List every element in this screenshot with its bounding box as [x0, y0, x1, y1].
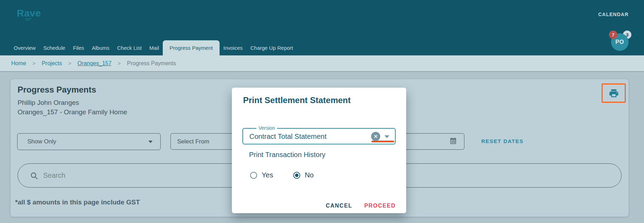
notification-badge-primary[interactable]: 7	[609, 31, 617, 39]
print-button[interactable]	[602, 83, 626, 103]
radio-option-no[interactable]: No	[293, 171, 314, 179]
print-transaction-history-label: Print Transaction History	[249, 151, 326, 159]
breadcrumb-separator: >	[118, 61, 121, 66]
search-icon	[30, 171, 38, 180]
main-nav-tabs: Overview Schedule Files Albums Check Lis…	[10, 40, 297, 55]
calendar-icon[interactable]	[449, 137, 457, 146]
breadcrumb-separator: >	[68, 61, 71, 66]
tab-schedule[interactable]: Schedule	[40, 40, 69, 55]
breadcrumb-home[interactable]: Home	[11, 60, 26, 67]
radio-label-yes: Yes	[262, 171, 273, 179]
gst-note: *all $ amounts in this page include GST	[15, 198, 140, 206]
tab-overview[interactable]: Overview	[10, 40, 40, 55]
radio-unselected-icon[interactable]	[250, 172, 257, 179]
version-field-label: Version	[256, 125, 277, 131]
client-name: Phillip John Oranges	[18, 99, 79, 107]
tab-charge-up-report[interactable]: Charge Up Report	[247, 40, 297, 55]
version-selected-value: Contract Total Statement	[249, 132, 327, 140]
breadcrumb: Home > Projects > Oranges_157 > Progress…	[0, 55, 644, 72]
clear-selection-icon[interactable]: ✕	[371, 132, 380, 141]
printer-icon	[609, 88, 619, 99]
proceed-button[interactable]: PROCEED	[361, 201, 398, 211]
cancel-button[interactable]: CANCEL	[323, 201, 355, 211]
tab-invoices[interactable]: Invoices	[220, 40, 247, 55]
tab-files[interactable]: Files	[69, 40, 88, 55]
radio-option-yes[interactable]: Yes	[250, 171, 273, 179]
tab-progress-payment[interactable]: Progress Payment	[163, 40, 219, 55]
calendar-nav-link[interactable]: CALENDAR	[598, 12, 629, 17]
page-title: Progress Payments	[18, 85, 96, 95]
show-only-select[interactable]: Show Only	[17, 133, 161, 150]
radio-label-no: No	[305, 171, 314, 179]
chevron-down-icon	[148, 141, 153, 143]
dialog-actions: CANCEL PROCEED	[323, 201, 398, 211]
app-header: Rave CALENDAR 3 PO 7 Overview Schedule F…	[0, 0, 644, 55]
orange-highlight-underline	[371, 141, 394, 142]
breadcrumb-projects[interactable]: Projects	[42, 60, 62, 67]
date-from-label: Select From	[177, 138, 209, 145]
print-settlement-dialog: Print Settlement Statement Version Contr…	[232, 88, 406, 213]
transaction-history-radio-group: Yes No	[250, 171, 314, 179]
tab-albums[interactable]: Albums	[88, 40, 113, 55]
tab-mail[interactable]: Mail	[146, 40, 163, 55]
radio-selected-icon[interactable]	[293, 172, 300, 179]
dialog-title: Print Settlement Statement	[243, 95, 351, 105]
breadcrumb-project-id[interactable]: Oranges_157	[78, 60, 112, 67]
breadcrumb-current-page: Progress Payments	[127, 60, 176, 67]
tab-check-list[interactable]: Check List	[113, 40, 146, 55]
show-only-label: Show Only	[27, 138, 56, 145]
breadcrumb-separator: >	[33, 61, 35, 66]
logo-tagline	[25, 18, 32, 21]
reset-dates-button[interactable]: RESET DATES	[481, 138, 523, 144]
chevron-down-icon[interactable]	[384, 135, 389, 138]
user-avatar-cluster: 3 PO 7	[607, 29, 633, 52]
rave-logo[interactable]: Rave	[17, 8, 41, 19]
version-select[interactable]: Version Contract Total Statement ✕	[242, 128, 396, 144]
project-name: Oranges_157 - Orange Family Home	[18, 108, 127, 116]
